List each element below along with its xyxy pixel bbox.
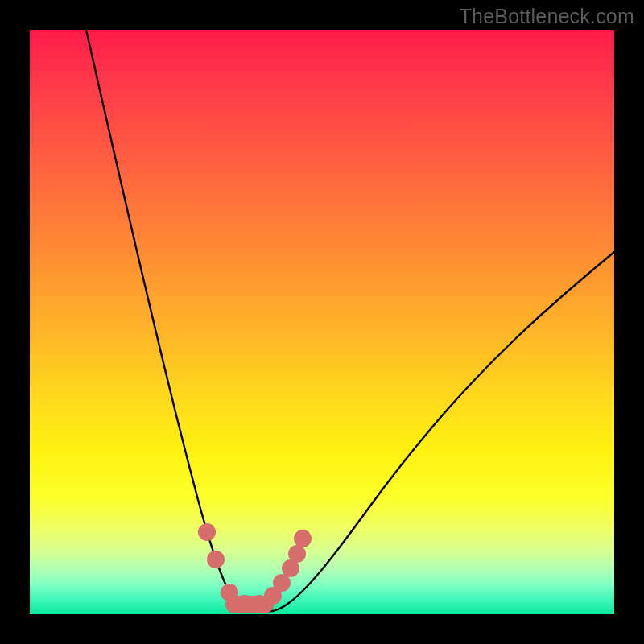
curve-line [86,30,614,612]
watermark-text: TheBottleneck.com [460,5,634,28]
svg-point-2 [207,551,225,568]
svg-point-10 [294,530,312,547]
svg-point-3 [221,584,238,601]
svg-point-1 [198,523,216,541]
svg-point-9 [288,545,306,563]
chart-frame: TheBottleneck.com [0,0,644,644]
chart-svg [30,30,614,614]
plot-area [30,30,614,614]
